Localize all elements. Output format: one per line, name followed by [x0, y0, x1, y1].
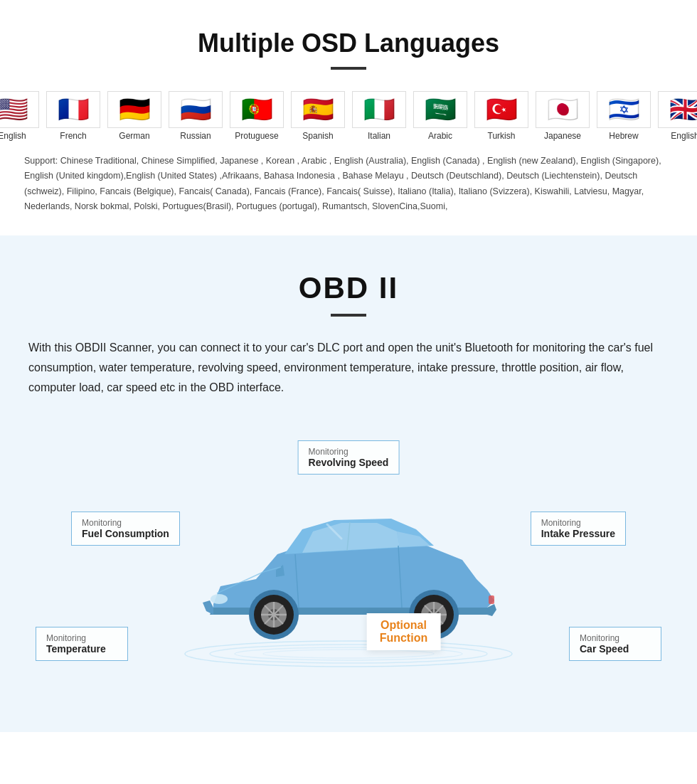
optional-line1: Optional [380, 619, 428, 632]
languages-title: Multiple OSD Languages [21, 28, 676, 58]
flag-item: 🇫🇷French [46, 91, 100, 141]
support-text: Support: Chinese Traditional, Chinese Si… [21, 154, 676, 214]
intake-sub: Monitoring [541, 518, 615, 528]
flag-label: Hebrew [609, 131, 638, 141]
flag-emoji: 🇵🇹 [230, 91, 284, 128]
temp-main: Temperature [46, 643, 117, 655]
flag-item: 🇮🇹Italian [352, 91, 406, 141]
monitor-fuel: Monitoring Fuel Consumption [71, 512, 180, 546]
flag-item: 🇵🇹Protuguese [230, 91, 284, 141]
flag-item: 🇪🇸Spanish [291, 91, 345, 141]
obd-title: OBD II [28, 271, 669, 305]
intake-main: Intake Pressure [541, 528, 615, 539]
svg-point-5 [211, 594, 228, 604]
obd-diagram: Monitoring Revolving Speed Monitoring Fu… [28, 419, 669, 718]
flag-label: German [119, 131, 149, 141]
carspeed-main: Car Speed [580, 643, 651, 655]
flag-emoji: 🇮🇱 [597, 91, 651, 128]
flag-label: English [671, 131, 697, 141]
flag-item: 🇷🇺Russian [169, 91, 223, 141]
flag-emoji: 🇷🇺 [169, 91, 223, 128]
obd-description: With this OBDII Scanner, you can connect… [28, 338, 669, 398]
flag-label: Japanese [544, 131, 581, 141]
fuel-main: Fuel Consumption [82, 528, 169, 539]
flag-item: 🇹🇷Turkish [474, 91, 528, 141]
optional-line2: Function [380, 632, 428, 645]
flag-item: 🇯🇵Japanese [536, 91, 590, 141]
obd-section: OBD II With this OBDII Scanner, you can … [0, 235, 697, 732]
flag-emoji: 🇩🇪 [107, 91, 161, 128]
optional-function-badge: Optional Function [367, 613, 441, 650]
flag-emoji: 🇸🇦 [413, 91, 467, 128]
flag-item: 🇮🇱Hebrew [597, 91, 651, 141]
flag-label: Russian [180, 131, 211, 141]
flag-emoji: 🇺🇸 [0, 91, 39, 128]
flag-emoji: 🇹🇷 [474, 91, 528, 128]
flag-item: 🇩🇪German [107, 91, 161, 141]
flag-label: Turkish [488, 131, 516, 141]
flags-row: 🇺🇸English🇫🇷French🇩🇪German🇷🇺Russian🇵🇹Prot… [21, 91, 676, 141]
flag-label: English [0, 131, 26, 141]
languages-section: Multiple OSD Languages 🇺🇸English🇫🇷French… [0, 0, 697, 235]
carspeed-sub: Monitoring [580, 633, 651, 643]
flag-item: 🇬🇧English [658, 91, 697, 141]
monitor-intake: Monitoring Intake Pressure [531, 512, 626, 546]
obd-divider [331, 314, 366, 317]
svg-rect-6 [489, 595, 494, 604]
flag-label: French [60, 131, 86, 141]
car-image [171, 469, 526, 668]
flag-label: Italian [368, 131, 390, 141]
flag-emoji: 🇫🇷 [46, 91, 100, 128]
flag-item: 🇸🇦Arabic [413, 91, 467, 141]
flag-label: Arabic [428, 131, 452, 141]
flag-label: Protuguese [235, 131, 278, 141]
temp-sub: Monitoring [46, 633, 117, 643]
revolving-sub: Monitoring [309, 447, 389, 457]
flag-emoji: 🇯🇵 [536, 91, 590, 128]
monitor-temperature: Monitoring Temperature [36, 627, 128, 661]
revolving-main: Revolving Speed [309, 457, 389, 468]
flag-item: 🇺🇸English [0, 91, 39, 141]
flag-emoji: 🇪🇸 [291, 91, 345, 128]
flag-label: Spanish [302, 131, 333, 141]
monitor-carspeed: Monitoring Car Speed [569, 627, 661, 661]
svg-point-3 [263, 650, 434, 658]
title-divider [331, 67, 366, 70]
flag-emoji: 🇬🇧 [658, 91, 697, 128]
flag-emoji: 🇮🇹 [352, 91, 406, 128]
fuel-sub: Monitoring [82, 518, 169, 528]
